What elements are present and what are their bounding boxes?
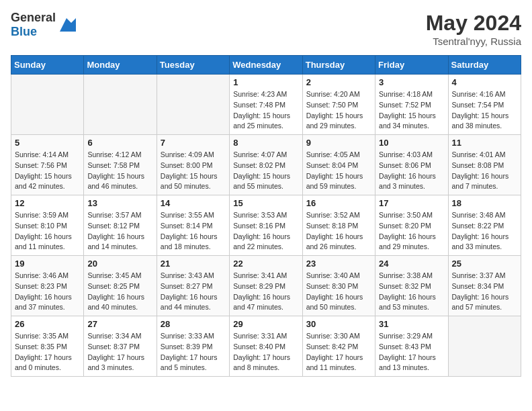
day-info: Sunrise: 3:48 AM Sunset: 8:22 PM Dayligh… <box>452 210 517 253</box>
weekday-header-saturday: Saturday <box>448 56 521 75</box>
day-number: 30 <box>306 319 371 329</box>
calendar-cell: 4Sunrise: 4:16 AM Sunset: 7:54 PM Daylig… <box>448 75 521 135</box>
day-info: Sunrise: 3:52 AM Sunset: 8:18 PM Dayligh… <box>306 210 371 253</box>
day-info: Sunrise: 4:23 AM Sunset: 7:48 PM Dayligh… <box>233 89 298 132</box>
day-info: Sunrise: 4:14 AM Sunset: 7:56 PM Dayligh… <box>15 150 80 192</box>
calendar-cell: 15Sunrise: 3:53 AM Sunset: 8:16 PM Dayli… <box>230 195 302 256</box>
day-number: 8 <box>233 138 298 148</box>
weekday-header-row: SundayMondayTuesdayWednesdayThursdayFrid… <box>11 56 521 75</box>
day-number: 13 <box>87 198 152 208</box>
calendar-cell: 1Sunrise: 4:23 AM Sunset: 7:48 PM Daylig… <box>230 75 302 135</box>
calendar-cell: 5Sunrise: 4:14 AM Sunset: 7:56 PM Daylig… <box>11 135 84 195</box>
day-number: 12 <box>15 198 80 208</box>
day-number: 28 <box>161 319 226 329</box>
day-number: 15 <box>233 198 298 208</box>
calendar-cell: 7Sunrise: 4:09 AM Sunset: 8:00 PM Daylig… <box>157 135 229 195</box>
day-number: 22 <box>233 259 298 269</box>
calendar-cell: 10Sunrise: 4:03 AM Sunset: 8:06 PM Dayli… <box>375 135 448 195</box>
day-number: 11 <box>452 138 517 148</box>
calendar-cell: 27Sunrise: 3:34 AM Sunset: 8:37 PM Dayli… <box>84 316 157 377</box>
day-info: Sunrise: 3:35 AM Sunset: 8:35 PM Dayligh… <box>15 331 80 373</box>
logo: General Blue <box>11 11 76 39</box>
day-info: Sunrise: 4:07 AM Sunset: 8:02 PM Dayligh… <box>233 150 298 192</box>
calendar-cell: 18Sunrise: 3:48 AM Sunset: 8:22 PM Dayli… <box>448 195 521 256</box>
day-number: 18 <box>452 198 517 208</box>
title-block: May 2024 Tsentral'nyy, Russia <box>426 11 521 47</box>
day-number: 23 <box>306 259 371 269</box>
day-number: 31 <box>379 319 444 329</box>
logo-icon <box>57 15 76 34</box>
calendar-cell: 30Sunrise: 3:30 AM Sunset: 8:42 PM Dayli… <box>302 316 375 377</box>
calendar-cell <box>84 75 157 135</box>
day-info: Sunrise: 3:37 AM Sunset: 8:34 PM Dayligh… <box>452 271 517 313</box>
day-info: Sunrise: 3:57 AM Sunset: 8:12 PM Dayligh… <box>87 210 152 253</box>
day-info: Sunrise: 4:20 AM Sunset: 7:50 PM Dayligh… <box>306 89 371 132</box>
day-info: Sunrise: 4:09 AM Sunset: 8:00 PM Dayligh… <box>161 150 226 192</box>
day-info: Sunrise: 4:01 AM Sunset: 8:08 PM Dayligh… <box>452 150 517 192</box>
day-info: Sunrise: 3:43 AM Sunset: 8:27 PM Dayligh… <box>161 271 226 313</box>
calendar-cell: 24Sunrise: 3:38 AM Sunset: 8:32 PM Dayli… <box>375 256 448 316</box>
day-info: Sunrise: 4:03 AM Sunset: 8:06 PM Dayligh… <box>379 150 444 192</box>
logo-blue: Blue <box>11 25 37 38</box>
calendar-table: SundayMondayTuesdayWednesdayThursdayFrid… <box>11 55 521 377</box>
weekday-header-sunday: Sunday <box>11 56 84 75</box>
day-number: 3 <box>379 77 444 87</box>
calendar-week-row: 5Sunrise: 4:14 AM Sunset: 7:56 PM Daylig… <box>11 135 521 195</box>
calendar-cell: 14Sunrise: 3:55 AM Sunset: 8:14 PM Dayli… <box>157 195 229 256</box>
logo-general: General <box>11 11 56 24</box>
calendar-cell <box>157 75 229 135</box>
day-info: Sunrise: 3:29 AM Sunset: 8:43 PM Dayligh… <box>379 331 444 373</box>
day-info: Sunrise: 3:50 AM Sunset: 8:20 PM Dayligh… <box>379 210 444 253</box>
day-info: Sunrise: 3:30 AM Sunset: 8:42 PM Dayligh… <box>306 331 371 373</box>
day-number: 29 <box>233 319 298 329</box>
calendar-cell: 28Sunrise: 3:33 AM Sunset: 8:39 PM Dayli… <box>157 316 229 377</box>
calendar-cell: 9Sunrise: 4:05 AM Sunset: 8:04 PM Daylig… <box>302 135 375 195</box>
day-number: 10 <box>379 138 444 148</box>
calendar-cell: 31Sunrise: 3:29 AM Sunset: 8:43 PM Dayli… <box>375 316 448 377</box>
day-number: 14 <box>161 198 226 208</box>
calendar-cell: 12Sunrise: 3:59 AM Sunset: 8:10 PM Dayli… <box>11 195 84 256</box>
calendar-cell: 11Sunrise: 4:01 AM Sunset: 8:08 PM Dayli… <box>448 135 521 195</box>
day-info: Sunrise: 3:33 AM Sunset: 8:39 PM Dayligh… <box>161 331 226 373</box>
day-number: 6 <box>87 138 152 148</box>
day-number: 2 <box>306 77 371 87</box>
weekday-header-tuesday: Tuesday <box>157 56 229 75</box>
calendar-cell: 21Sunrise: 3:43 AM Sunset: 8:27 PM Dayli… <box>157 256 229 316</box>
calendar-cell: 2Sunrise: 4:20 AM Sunset: 7:50 PM Daylig… <box>302 75 375 135</box>
calendar-title: May 2024 <box>426 11 521 36</box>
page-header: General Blue May 2024 Tsentral'nyy, Russ… <box>11 11 521 47</box>
calendar-cell: 8Sunrise: 4:07 AM Sunset: 8:02 PM Daylig… <box>230 135 302 195</box>
calendar-cell: 29Sunrise: 3:31 AM Sunset: 8:40 PM Dayli… <box>230 316 302 377</box>
day-info: Sunrise: 3:40 AM Sunset: 8:30 PM Dayligh… <box>306 271 371 313</box>
calendar-week-row: 19Sunrise: 3:46 AM Sunset: 8:23 PM Dayli… <box>11 256 521 316</box>
calendar-cell: 16Sunrise: 3:52 AM Sunset: 8:18 PM Dayli… <box>302 195 375 256</box>
day-info: Sunrise: 3:34 AM Sunset: 8:37 PM Dayligh… <box>87 331 152 373</box>
day-number: 5 <box>15 138 80 148</box>
day-number: 25 <box>452 259 517 269</box>
calendar-cell: 20Sunrise: 3:45 AM Sunset: 8:25 PM Dayli… <box>84 256 157 316</box>
calendar-cell <box>11 75 84 135</box>
day-number: 4 <box>452 77 517 87</box>
day-info: Sunrise: 3:31 AM Sunset: 8:40 PM Dayligh… <box>233 331 298 373</box>
calendar-week-row: 26Sunrise: 3:35 AM Sunset: 8:35 PM Dayli… <box>11 316 521 377</box>
day-number: 20 <box>87 259 152 269</box>
calendar-week-row: 12Sunrise: 3:59 AM Sunset: 8:10 PM Dayli… <box>11 195 521 256</box>
calendar-cell: 26Sunrise: 3:35 AM Sunset: 8:35 PM Dayli… <box>11 316 84 377</box>
day-number: 27 <box>87 319 152 329</box>
weekday-header-thursday: Thursday <box>302 56 375 75</box>
day-info: Sunrise: 4:05 AM Sunset: 8:04 PM Dayligh… <box>306 150 371 192</box>
day-info: Sunrise: 3:46 AM Sunset: 8:23 PM Dayligh… <box>15 271 80 313</box>
weekday-header-friday: Friday <box>375 56 448 75</box>
day-number: 7 <box>161 138 226 148</box>
calendar-cell: 3Sunrise: 4:18 AM Sunset: 7:52 PM Daylig… <box>375 75 448 135</box>
day-info: Sunrise: 4:16 AM Sunset: 7:54 PM Dayligh… <box>452 89 517 132</box>
weekday-header-wednesday: Wednesday <box>230 56 302 75</box>
calendar-cell: 25Sunrise: 3:37 AM Sunset: 8:34 PM Dayli… <box>448 256 521 316</box>
day-info: Sunrise: 3:41 AM Sunset: 8:29 PM Dayligh… <box>233 271 298 313</box>
day-number: 19 <box>15 259 80 269</box>
calendar-cell: 19Sunrise: 3:46 AM Sunset: 8:23 PM Dayli… <box>11 256 84 316</box>
calendar-week-row: 1Sunrise: 4:23 AM Sunset: 7:48 PM Daylig… <box>11 75 521 135</box>
calendar-cell: 17Sunrise: 3:50 AM Sunset: 8:20 PM Dayli… <box>375 195 448 256</box>
weekday-header-monday: Monday <box>84 56 157 75</box>
svg-marker-0 <box>60 18 76 32</box>
